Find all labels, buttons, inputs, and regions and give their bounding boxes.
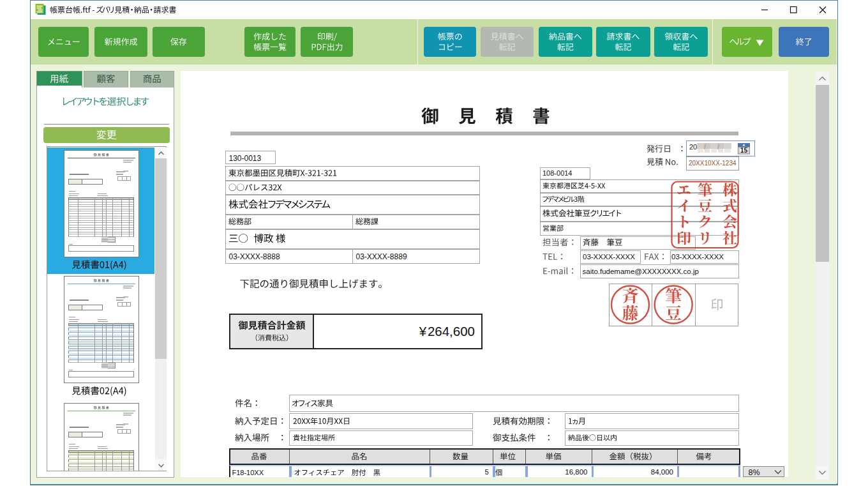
svg-text:15: 15 <box>740 146 747 154</box>
